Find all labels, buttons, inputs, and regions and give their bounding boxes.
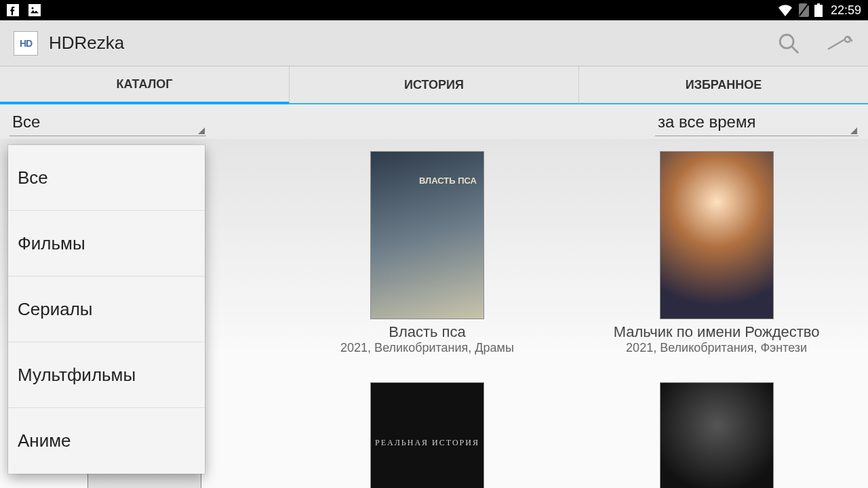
movie-poster — [660, 151, 774, 319]
gallery-icon — [28, 4, 41, 16]
movie-poster — [660, 382, 774, 489]
svg-point-2 — [32, 7, 34, 9]
svg-rect-4 — [814, 5, 823, 17]
category-dropdown: Все Фильмы Сериалы Мультфильмы Аниме — [8, 145, 205, 474]
dropdown-option-label: Сериалы — [18, 299, 93, 320]
svg-rect-5 — [817, 3, 820, 5]
app-title: HDRezka — [49, 33, 124, 54]
svg-line-7 — [791, 46, 798, 53]
movie-meta: 2021, Великобритания, Драмы — [340, 341, 514, 355]
dropdown-option-films[interactable]: Фильмы — [8, 211, 205, 277]
svg-rect-1 — [28, 4, 41, 16]
settings-icon[interactable] — [827, 33, 854, 54]
wifi-icon — [778, 4, 793, 16]
poster-caption: ВЛАСТЬ ПСА — [419, 176, 477, 186]
period-spinner-value: за все время — [658, 113, 755, 131]
tabs: КАТАЛОГ ИСТОРИЯ ИЗБРАННОЕ — [0, 66, 868, 104]
movie-title: Власть пса — [389, 323, 466, 341]
dropdown-option-series[interactable]: Сериалы — [8, 277, 205, 342]
status-bar: 22:59 — [0, 0, 868, 20]
movie-card[interactable]: РЕАЛЬНАЯ ИСТОРИЯ — [285, 382, 570, 489]
tab-catalog[interactable]: КАТАЛОГ — [0, 66, 290, 104]
dropdown-option-label: Все — [18, 167, 48, 188]
app-bar: HD HDRezka — [0, 20, 868, 66]
svg-point-6 — [780, 35, 793, 48]
dropdown-option-label: Аниме — [18, 430, 71, 451]
category-spinner-value: Все — [12, 113, 40, 131]
dropdown-option-label: Фильмы — [18, 233, 85, 254]
app-logo: HD — [14, 31, 38, 56]
movie-card[interactable]: ВЛАСТЬ ПСА Власть пса 2021, Великобритан… — [285, 151, 570, 370]
movie-poster: РЕАЛЬНАЯ ИСТОРИЯ — [370, 382, 484, 489]
filter-row: Все за все время — [0, 104, 868, 139]
tab-label: КАТАЛОГ — [116, 77, 172, 92]
period-spinner[interactable]: за все время — [655, 110, 859, 136]
tab-favorites[interactable]: ИЗБРАННОЕ — [579, 66, 868, 104]
status-time: 22:59 — [831, 3, 861, 18]
battery-icon — [814, 3, 823, 17]
movie-meta: 2021, Великобритания, Фэнтези — [626, 341, 807, 355]
no-sim-icon — [798, 3, 809, 17]
category-spinner[interactable]: Все — [9, 110, 206, 136]
tab-label: ИЗБРАННОЕ — [686, 78, 762, 92]
search-icon[interactable] — [777, 32, 800, 55]
movie-card[interactable]: Мальчик по имени Рождество 2021, Великоб… — [574, 151, 859, 370]
movie-poster: ВЛАСТЬ ПСА — [370, 151, 484, 319]
facebook-icon — [7, 4, 19, 16]
tab-history[interactable]: ИСТОРИЯ — [290, 66, 579, 104]
tab-label: ИСТОРИЯ — [404, 78, 464, 92]
movie-title: Мальчик по имени Рождество — [614, 323, 820, 341]
movie-card[interactable] — [574, 382, 859, 489]
dropdown-option-anime[interactable]: Аниме — [8, 408, 205, 474]
dropdown-option-label: Мультфильмы — [18, 365, 136, 386]
dropdown-option-all[interactable]: Все — [8, 145, 205, 211]
dropdown-option-cartoons[interactable]: Мультфильмы — [8, 342, 205, 408]
poster-caption: РЕАЛЬНАЯ ИСТОРИЯ — [375, 438, 479, 448]
